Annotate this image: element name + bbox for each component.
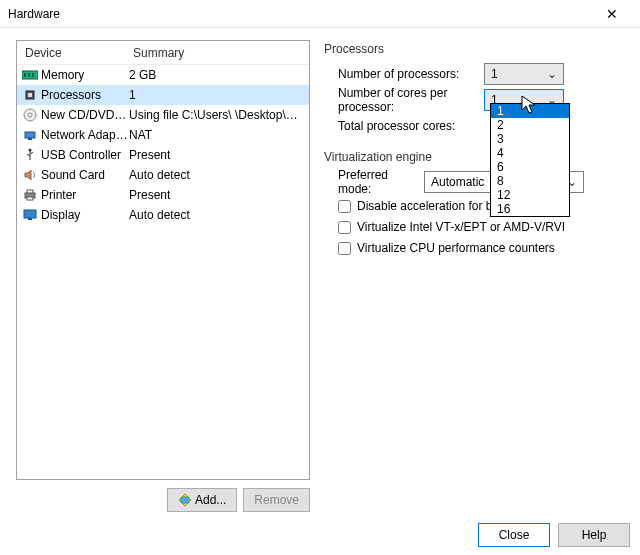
dropdown-option[interactable]: 3 bbox=[491, 132, 569, 146]
add-button[interactable]: Add... bbox=[167, 488, 237, 512]
num-processors-value: 1 bbox=[491, 67, 545, 81]
svg-rect-5 bbox=[28, 93, 32, 97]
close-button[interactable]: Close bbox=[478, 523, 550, 547]
sound-icon bbox=[21, 167, 39, 183]
device-row-usb[interactable]: USB Controller Present bbox=[17, 145, 309, 165]
content: Device Summary Memory 2 GB Processors 1 bbox=[0, 28, 640, 518]
right-column: Processors Number of processors: 1 ⌄ Num… bbox=[324, 40, 630, 512]
device-buttons: Add... Remove bbox=[16, 488, 310, 512]
remove-button: Remove bbox=[243, 488, 310, 512]
help-button[interactable]: Help bbox=[558, 523, 630, 547]
preferred-mode-row: Preferred mode: Automatic ⌄ bbox=[338, 170, 630, 194]
device-name: Sound Card bbox=[41, 168, 129, 182]
cores-dropdown-list[interactable]: 1 2 3 4 6 8 12 16 bbox=[490, 103, 570, 217]
total-cores-label: Total processor cores: bbox=[338, 119, 484, 133]
device-row-memory[interactable]: Memory 2 GB bbox=[17, 65, 309, 85]
svg-rect-9 bbox=[28, 138, 32, 140]
device-summary: Auto detect bbox=[129, 208, 305, 222]
dropdown-option[interactable]: 16 bbox=[491, 202, 569, 216]
device-list: Device Summary Memory 2 GB Processors 1 bbox=[16, 40, 310, 480]
header-device: Device bbox=[25, 46, 133, 60]
virtualize-cpu-counters-checkbox[interactable] bbox=[338, 242, 351, 255]
chevron-down-icon: ⌄ bbox=[545, 67, 559, 81]
device-row-printer[interactable]: Printer Present bbox=[17, 185, 309, 205]
device-name: Printer bbox=[41, 188, 129, 202]
close-icon[interactable]: ✕ bbox=[592, 6, 632, 22]
left-column: Device Summary Memory 2 GB Processors 1 bbox=[16, 40, 310, 512]
virtualization-group-title: Virtualization engine bbox=[324, 150, 630, 164]
memory-icon bbox=[21, 67, 39, 83]
device-summary: NAT bbox=[129, 128, 305, 142]
printer-icon bbox=[21, 187, 39, 203]
device-summary: Present bbox=[129, 148, 305, 162]
device-name: Memory bbox=[41, 68, 129, 82]
processors-group-title: Processors bbox=[324, 42, 630, 56]
dropdown-option[interactable]: 12 bbox=[491, 188, 569, 202]
device-name: New CD/DVD (S... bbox=[41, 108, 129, 122]
dropdown-option[interactable]: 2 bbox=[491, 118, 569, 132]
dropdown-option[interactable]: 6 bbox=[491, 160, 569, 174]
dropdown-option[interactable]: 8 bbox=[491, 174, 569, 188]
num-processors-row: Number of processors: 1 ⌄ bbox=[338, 62, 630, 86]
usb-icon bbox=[21, 147, 39, 163]
svg-point-7 bbox=[28, 113, 32, 117]
titlebar: Hardware ✕ bbox=[0, 0, 640, 28]
svg-rect-16 bbox=[181, 497, 189, 503]
device-row-cddvd[interactable]: New CD/DVD (S... Using file C:\Users\ \D… bbox=[17, 105, 309, 125]
disable-accel-checkbox[interactable] bbox=[338, 200, 351, 213]
svg-rect-12 bbox=[27, 190, 33, 193]
device-name: USB Controller bbox=[41, 148, 129, 162]
device-summary: Present bbox=[129, 188, 305, 202]
device-summary: Using file C:\Users\ \Desktop\W... bbox=[129, 108, 305, 122]
display-icon bbox=[21, 207, 39, 223]
virtualize-vtx-row: Virtualize Intel VT-x/EPT or AMD-V/RVI bbox=[338, 217, 630, 237]
cores-per-processor-row: Number of cores per processor: 1 ⌄ bbox=[338, 88, 630, 112]
window-title: Hardware bbox=[8, 7, 592, 21]
svg-point-10 bbox=[29, 149, 32, 152]
virtualize-cpu-counters-row: Virtualize CPU performance counters bbox=[338, 238, 630, 258]
preferred-mode-label: Preferred mode: bbox=[338, 168, 424, 196]
add-button-label: Add... bbox=[195, 493, 226, 507]
virtualize-vtx-label: Virtualize Intel VT-x/EPT or AMD-V/RVI bbox=[357, 220, 565, 234]
device-summary: 1 bbox=[129, 88, 305, 102]
cores-per-processor-label: Number of cores per processor: bbox=[338, 86, 484, 114]
dropdown-option[interactable]: 1 bbox=[491, 104, 569, 118]
svg-rect-14 bbox=[24, 210, 36, 218]
num-processors-combo[interactable]: 1 ⌄ bbox=[484, 63, 564, 85]
virtualization-group: Virtualization engine Preferred mode: Au… bbox=[324, 150, 630, 258]
svg-rect-15 bbox=[28, 218, 32, 220]
svg-rect-8 bbox=[25, 132, 35, 138]
device-row-processors[interactable]: Processors 1 bbox=[17, 85, 309, 105]
device-row-sound[interactable]: Sound Card Auto detect bbox=[17, 165, 309, 185]
svg-rect-13 bbox=[27, 197, 33, 200]
total-cores-row: Total processor cores: bbox=[338, 114, 630, 138]
cpu-icon bbox=[21, 87, 39, 103]
device-row-network[interactable]: Network Adapter NAT bbox=[17, 125, 309, 145]
num-processors-label: Number of processors: bbox=[338, 67, 484, 81]
network-icon bbox=[21, 127, 39, 143]
device-name: Display bbox=[41, 208, 129, 222]
svg-rect-3 bbox=[32, 73, 34, 77]
svg-rect-1 bbox=[24, 73, 26, 77]
device-name: Processors bbox=[41, 88, 129, 102]
virtualize-vtx-checkbox[interactable] bbox=[338, 221, 351, 234]
device-summary: 2 GB bbox=[129, 68, 305, 82]
device-name: Network Adapter bbox=[41, 128, 129, 142]
device-summary: Auto detect bbox=[129, 168, 305, 182]
device-row-display[interactable]: Display Auto detect bbox=[17, 205, 309, 225]
disc-icon bbox=[21, 107, 39, 123]
virtualize-cpu-counters-label: Virtualize CPU performance counters bbox=[357, 241, 555, 255]
bottom-bar: Close Help bbox=[478, 523, 630, 547]
dropdown-option[interactable]: 4 bbox=[491, 146, 569, 160]
disable-accel-row: Disable acceleration for binary bbox=[338, 196, 630, 216]
svg-rect-2 bbox=[28, 73, 30, 77]
processors-group: Processors Number of processors: 1 ⌄ Num… bbox=[324, 42, 630, 138]
header-summary: Summary bbox=[133, 46, 301, 60]
device-list-header: Device Summary bbox=[17, 41, 309, 65]
